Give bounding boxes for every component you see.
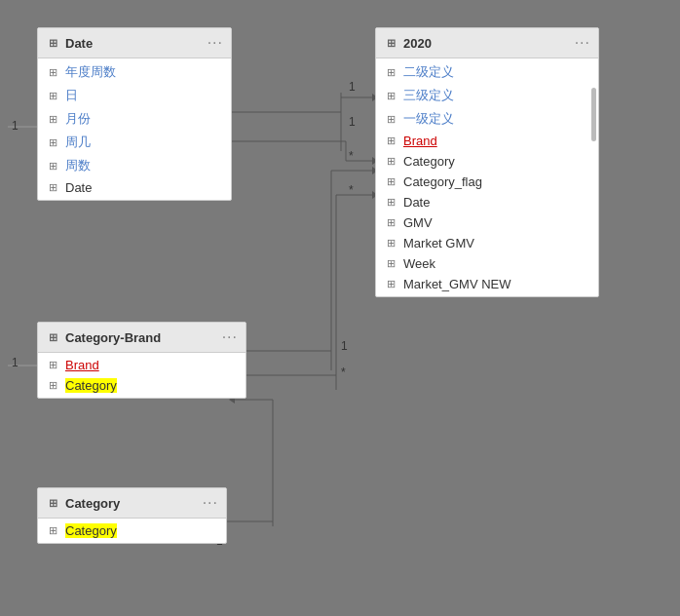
connector-label-2: 1 <box>349 115 356 129</box>
field-row[interactable]: ⊞ 三级定义 <box>376 84 598 107</box>
field-icon: ⊞ <box>384 237 397 250</box>
category-brand-table: ⊞ Category-Brand ··· ⊞ Brand ⊞ Category <box>37 322 246 399</box>
field-label: 一级定义 <box>403 110 454 128</box>
field-row[interactable]: ⊞ 年度周数 <box>38 60 231 84</box>
category-brand-table-title: Category-Brand <box>65 330 161 345</box>
table-2020-title-group: ⊞ 2020 <box>384 36 432 51</box>
connector-label-star1: * <box>349 149 354 163</box>
category-brand-table-header: ⊞ Category-Brand ··· <box>38 323 246 353</box>
category-brand-title-group: ⊞ Category-Brand <box>46 330 161 345</box>
field-icon: ⊞ <box>384 257 397 270</box>
field-label: Category_flag <box>403 174 482 189</box>
field-icon: ⊞ <box>46 181 59 194</box>
field-row[interactable]: ⊞ Category_flag <box>376 172 598 192</box>
field-icon: ⊞ <box>46 113 59 126</box>
connector-label-star2: * <box>349 183 354 197</box>
field-icon: ⊞ <box>384 90 397 102</box>
field-row[interactable]: ⊞ Date <box>38 177 231 198</box>
field-icon: ⊞ <box>384 66 397 79</box>
field-icon: ⊞ <box>384 175 397 188</box>
date-table-header: ⊞ Date ··· <box>38 28 231 58</box>
field-label-brand: Brand <box>403 134 437 148</box>
field-row[interactable]: ⊞ Market GMV <box>376 233 598 253</box>
field-row[interactable]: ⊞ Brand <box>376 131 598 151</box>
category-title-group: ⊞ Category <box>46 496 120 511</box>
category-table-body: ⊞ Category <box>38 519 226 543</box>
field-label: 周数 <box>65 157 91 174</box>
field-icon: ⊞ <box>46 359 59 371</box>
connector-label-cb-star: * <box>341 366 346 379</box>
category-table-menu[interactable]: ··· <box>203 494 218 512</box>
connector-label-1: 1 <box>349 80 356 94</box>
field-icon: ⊞ <box>46 90 59 102</box>
category-table: ⊞ Category ··· ⊞ Category <box>37 487 227 544</box>
field-row[interactable]: ⊞ Brand <box>38 355 246 375</box>
category-brand-table-menu[interactable]: ··· <box>222 328 238 346</box>
table-2020-icon: ⊞ <box>384 36 397 50</box>
field-label: 日 <box>65 87 78 104</box>
category-brand-table-icon: ⊞ <box>46 330 59 344</box>
field-label: Category <box>403 154 455 169</box>
table-2020-body: ⊞ 二级定义 ⊞ 三级定义 ⊞ 一级定义 ⊞ Brand ⊞ Category … <box>376 58 598 296</box>
field-row[interactable]: ⊞ 周数 <box>38 154 231 177</box>
field-row[interactable]: ⊞ 月份 <box>38 107 231 131</box>
field-row[interactable]: ⊞ Market_GMV NEW <box>376 274 598 294</box>
field-icon: ⊞ <box>46 379 59 392</box>
field-row[interactable]: ⊞ 一级定义 <box>376 107 598 131</box>
field-row[interactable]: ⊞ GMV <box>376 212 598 233</box>
field-label: Market GMV <box>403 236 474 250</box>
field-icon: ⊞ <box>384 196 397 209</box>
table-2020: ⊞ 2020 ··· ⊞ 二级定义 ⊞ 三级定义 ⊞ 一级定义 ⊞ Brand … <box>375 27 599 297</box>
date-table-title: Date <box>65 36 93 51</box>
category-table-header: ⊞ Category ··· <box>38 488 226 519</box>
date-table: ⊞ Date ··· ⊞ 年度周数 ⊞ 日 ⊞ 月份 ⊞ 周几 ⊞ 周数 ⊞ D… <box>37 27 232 201</box>
field-icon: ⊞ <box>46 160 59 173</box>
connector-label-cb-1: 1 <box>341 339 348 353</box>
field-icon: ⊞ <box>46 524 59 537</box>
field-label: Market_GMV NEW <box>403 277 511 291</box>
field-row[interactable]: ⊞ Category <box>376 151 598 172</box>
field-icon: ⊞ <box>46 136 59 149</box>
field-row[interactable]: ⊞ 日 <box>38 84 231 107</box>
connector-label-date-left: 1 <box>12 119 19 133</box>
field-label: 年度周数 <box>65 63 116 81</box>
field-row[interactable]: ⊞ Category <box>38 375 246 396</box>
field-icon: ⊞ <box>46 66 59 79</box>
date-table-menu[interactable]: ··· <box>208 34 223 52</box>
field-label: 三级定义 <box>403 87 454 104</box>
category-brand-table-body: ⊞ Brand ⊞ Category <box>38 353 246 398</box>
field-icon: ⊞ <box>384 135 397 147</box>
date-table-body: ⊞ 年度周数 ⊞ 日 ⊞ 月份 ⊞ 周几 ⊞ 周数 ⊞ Date <box>38 58 231 200</box>
field-label-category: Category <box>65 523 117 538</box>
field-row[interactable]: ⊞ Category <box>38 520 226 541</box>
field-label: 周几 <box>65 134 91 151</box>
date-table-icon: ⊞ <box>46 36 59 50</box>
field-row[interactable]: ⊞ Date <box>376 192 598 212</box>
field-label-brand: Brand <box>65 358 99 372</box>
table-2020-header: ⊞ 2020 ··· <box>376 28 598 58</box>
table-2020-title: 2020 <box>403 36 432 51</box>
connector-label-cb-left: 1 <box>12 356 19 369</box>
field-icon: ⊞ <box>384 155 397 168</box>
field-label: GMV <box>403 215 433 230</box>
field-label: 二级定义 <box>403 63 454 81</box>
field-row[interactable]: ⊞ 二级定义 <box>376 60 598 84</box>
field-label: 月份 <box>65 110 91 128</box>
field-label: Date <box>403 195 430 210</box>
category-table-icon: ⊞ <box>46 496 59 510</box>
field-label: Week <box>403 256 435 271</box>
scrollbar-indicator[interactable] <box>591 88 596 141</box>
field-row[interactable]: ⊞ 周几 <box>38 131 231 154</box>
field-icon: ⊞ <box>384 216 397 229</box>
date-table-title-group: ⊞ Date <box>46 36 93 51</box>
field-label-category: Category <box>65 378 117 393</box>
field-icon: ⊞ <box>384 113 397 126</box>
category-table-title: Category <box>65 496 120 511</box>
field-icon: ⊞ <box>384 278 397 290</box>
field-row[interactable]: ⊞ Week <box>376 253 598 274</box>
field-label: Date <box>65 180 92 195</box>
table-2020-menu[interactable]: ··· <box>575 34 590 52</box>
